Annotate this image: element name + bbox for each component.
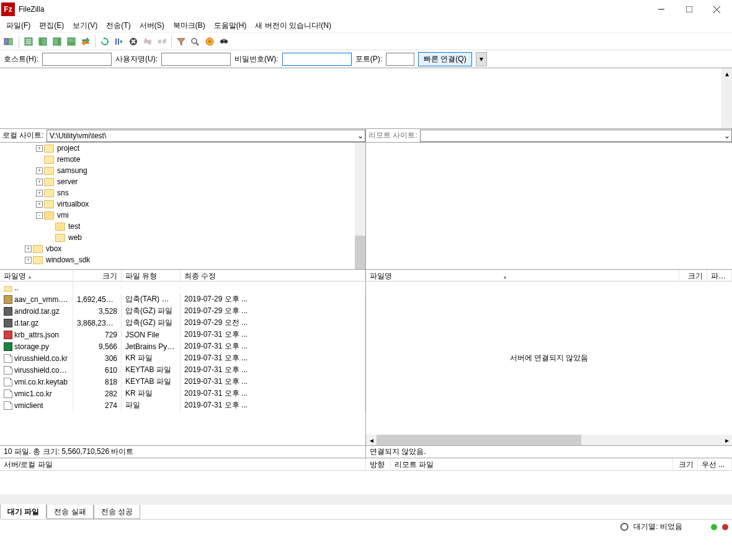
column-type[interactable]: 파일 유형 xyxy=(122,270,181,281)
remote-tree[interactable] xyxy=(366,143,732,269)
column-size[interactable]: 크기 xyxy=(673,458,698,470)
local-file-list[interactable]: ..aav_cn_vmm.tar1,692,458,...압축(TAR) 파일2… xyxy=(0,282,365,445)
maximize-button[interactable] xyxy=(675,1,703,18)
tree-node[interactable]: +vbox xyxy=(0,243,365,254)
column-mtime[interactable]: 최종 수정 xyxy=(181,270,365,281)
tree-node[interactable]: test xyxy=(0,221,365,232)
remote-path-combo[interactable]: ⌄ xyxy=(420,130,732,142)
scrollbar[interactable] xyxy=(0,494,732,505)
menu-item[interactable]: 편집(E) xyxy=(35,19,68,32)
password-input[interactable] xyxy=(282,53,352,66)
file-row[interactable]: vmi.co.kr.keytab818KEYTAB 파일2019-07-31 오… xyxy=(0,376,365,388)
column-priority[interactable]: 우선 ... xyxy=(698,458,732,470)
file-row[interactable]: storage.py9,566JetBrains PyCh...2019-07-… xyxy=(0,340,365,352)
column-remote-file[interactable]: 리모트 파일 xyxy=(391,458,673,470)
gear-icon[interactable] xyxy=(620,523,628,531)
toggle-remote-tree-icon[interactable] xyxy=(50,35,64,48)
disconnect-icon[interactable] xyxy=(141,35,154,48)
local-tree[interactable]: +projectremote+samsung+server+sns+virtua… xyxy=(0,143,365,269)
quickconnect-dropdown[interactable]: ▾ xyxy=(476,52,487,66)
scroll-up-icon[interactable]: ▴ xyxy=(721,68,732,79)
port-input[interactable] xyxy=(386,53,414,66)
queue-tab[interactable]: 전송 성공 xyxy=(94,505,140,519)
tree-node[interactable]: +project xyxy=(0,143,365,154)
file-row[interactable]: virusshield.co.kr....610KEYTAB 파일2019-07… xyxy=(0,364,365,376)
process-queue-icon[interactable] xyxy=(112,35,126,48)
chevron-down-icon[interactable]: ⌄ xyxy=(724,131,730,140)
menu-item[interactable]: 서버(S) xyxy=(136,19,168,32)
scroll-left-icon: ◂ xyxy=(366,435,377,445)
menu-item[interactable]: 전송(T) xyxy=(102,19,134,32)
expand-icon[interactable]: + xyxy=(36,179,43,185)
file-size: 274 xyxy=(73,400,122,411)
quickconnect-button[interactable]: 빠른 연결(Q) xyxy=(418,52,472,66)
file-row[interactable]: aav_cn_vmm.tar1,692,458,...압축(TAR) 파일201… xyxy=(0,293,365,305)
tree-node[interactable]: +sns xyxy=(0,187,365,198)
tree-node[interactable]: +samsung xyxy=(0,165,365,176)
file-row[interactable]: android.tar.gz3,528압축(GZ) 파일2019-07-29 오… xyxy=(0,305,365,317)
refresh-icon[interactable] xyxy=(98,35,112,48)
host-input[interactable] xyxy=(42,53,112,66)
toggle-log-icon[interactable] xyxy=(22,35,35,48)
auto-toggle-icon[interactable] xyxy=(203,35,216,48)
tree-node[interactable]: +windows_sdk xyxy=(0,254,365,265)
close-button[interactable] xyxy=(703,1,731,18)
expand-icon[interactable]: + xyxy=(36,190,43,197)
column-direction[interactable]: 방향 xyxy=(366,458,391,470)
queue-list[interactable] xyxy=(0,471,732,494)
folder-icon xyxy=(44,144,54,153)
cancel-icon[interactable] xyxy=(127,35,140,48)
expand-icon[interactable]: + xyxy=(36,167,43,174)
menu-item[interactable]: 파일(F) xyxy=(2,19,34,32)
site-manager-icon[interactable] xyxy=(2,35,16,48)
expand-icon[interactable]: + xyxy=(36,201,43,208)
queue-tab[interactable]: 전송 실패 xyxy=(47,505,93,519)
scrollbar[interactable]: ◂ ▸ xyxy=(366,435,732,445)
column-filename[interactable]: 파일명▴ xyxy=(366,270,679,281)
column-server-file[interactable]: 서버/로컬 파일 xyxy=(0,458,366,470)
remote-file-list[interactable]: 서버에 연결되지 않았음 ◂ ▸ xyxy=(366,282,732,445)
column-filename[interactable]: 파일명▴ xyxy=(0,270,73,281)
expand-icon[interactable]: + xyxy=(25,257,32,264)
file-row[interactable]: vmic1.co.kr282KR 파일2019-07-31 오후 ... xyxy=(0,388,365,399)
toggle-queue-icon[interactable] xyxy=(65,35,78,48)
tree-node[interactable]: +virtualbox xyxy=(0,198,365,210)
file-row[interactable]: krb_attrs.json729JSON File2019-07-31 오후 … xyxy=(0,329,365,340)
menu-item[interactable]: 보기(V) xyxy=(69,19,101,32)
scrollbar[interactable] xyxy=(355,143,365,269)
file-row[interactable]: .. xyxy=(0,282,365,293)
queue-tab[interactable]: 대기 파일 xyxy=(0,504,47,518)
file-name: virusshield.co.kr xyxy=(14,354,68,363)
expand-icon[interactable]: + xyxy=(25,246,32,252)
column-size[interactable]: 크기 xyxy=(679,270,707,281)
expand-icon[interactable]: + xyxy=(36,145,43,152)
sync-browsing-icon[interactable] xyxy=(79,35,92,48)
menu-item[interactable]: 도움말(H) xyxy=(210,19,251,32)
file-size: 3,868,235,... xyxy=(73,318,122,329)
tree-node[interactable]: web xyxy=(0,232,365,243)
compare-icon[interactable] xyxy=(189,35,202,48)
file-row[interactable]: virusshield.co.kr306KR 파일2019-07-31 오후 .… xyxy=(0,352,365,364)
file-mtime: 2019-07-31 오후 ... xyxy=(181,340,365,353)
message-log[interactable]: ▴ xyxy=(0,68,732,129)
file-name: vmiclient xyxy=(14,401,43,410)
local-path-combo[interactable]: V:\Utility\vmi\test\ ⌄ xyxy=(47,130,365,142)
username-input[interactable] xyxy=(161,53,231,66)
tree-node[interactable]: remote xyxy=(0,154,365,165)
minimize-button[interactable] xyxy=(647,1,675,18)
file-row[interactable]: d.tar.gz3,868,235,...압축(GZ) 파일2019-07-29… xyxy=(0,317,365,329)
column-size[interactable]: 크기 xyxy=(73,270,122,281)
column-type[interactable]: 파일... xyxy=(707,270,732,281)
tree-node[interactable]: -vmi xyxy=(0,210,365,221)
menu-item[interactable]: 새 버전이 있습니다!(N) xyxy=(251,19,335,32)
collapse-icon[interactable]: - xyxy=(36,212,43,219)
folder-icon xyxy=(44,200,54,208)
tree-node[interactable]: +server xyxy=(0,176,365,187)
chevron-down-icon[interactable]: ⌄ xyxy=(357,131,364,140)
menu-item[interactable]: 북마크(B) xyxy=(169,19,209,32)
find-icon[interactable] xyxy=(217,35,231,48)
filter-icon[interactable] xyxy=(174,35,188,48)
file-row[interactable]: vmiclient274파일2019-07-31 오후 ... xyxy=(0,399,365,411)
reconnect-icon[interactable] xyxy=(155,35,169,48)
toggle-local-tree-icon[interactable] xyxy=(36,35,50,48)
